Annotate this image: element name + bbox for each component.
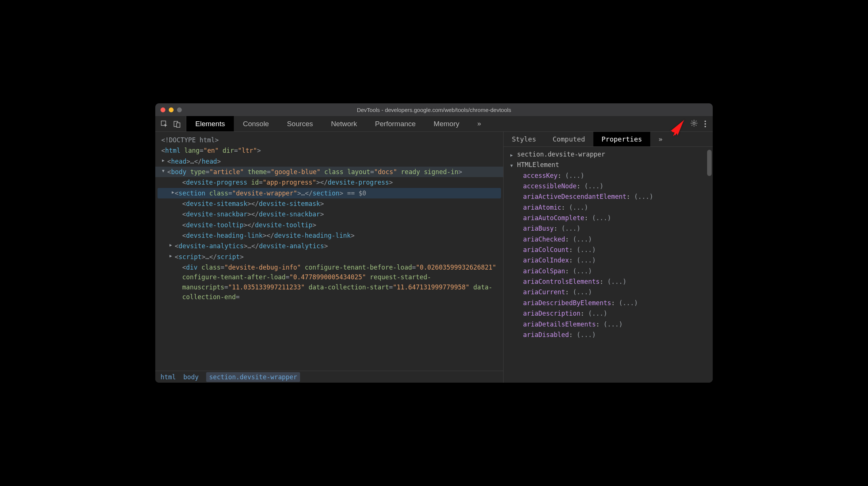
dom-panel: <!DOCTYPE html> <html lang="en" dir="ltr… — [155, 132, 503, 383]
window-title: DevTools - developers.google.com/web/too… — [155, 107, 713, 113]
expand-caret-icon[interactable]: ▶ — [169, 253, 172, 259]
expand-caret-icon[interactable]: ▶ — [172, 189, 174, 195]
prop-row[interactable]: ariaColCount: (...) — [504, 244, 713, 255]
sidetabs-overflow-icon[interactable]: » — [650, 132, 671, 146]
prop-row[interactable]: ariaDescribedByElements: (...) — [504, 298, 713, 308]
minimize-window-button[interactable] — [169, 107, 174, 112]
sidetab-styles[interactable]: Styles — [504, 132, 544, 146]
dom-line[interactable]: <devsite-tooltip></devsite-tooltip> — [155, 220, 503, 230]
dom-line[interactable]: <devsite-sitemask></devsite-sitemask> — [155, 198, 503, 209]
prop-row[interactable]: accessKey: (...) — [504, 170, 713, 181]
prop-row[interactable]: ariaDescription: (...) — [504, 308, 713, 319]
prop-row[interactable]: ariaAtomic: (...) — [504, 202, 713, 213]
tab-sources[interactable]: Sources — [278, 116, 322, 131]
devtools-window: DevTools - developers.google.com/web/too… — [155, 103, 713, 383]
prop-row[interactable]: ariaColIndex: (...) — [504, 255, 713, 265]
dom-line[interactable]: <!DOCTYPE html> — [155, 135, 503, 145]
more-options-icon[interactable] — [705, 121, 706, 127]
prop-row[interactable]: ariaDetailsElements: (...) — [504, 319, 713, 329]
tabs-overflow-icon[interactable]: » — [468, 116, 490, 131]
prop-section-header[interactable]: ▶section.devsite-wrapper — [504, 149, 713, 160]
dom-line[interactable]: <devsite-progress id="app-progress"></de… — [155, 177, 503, 188]
dom-line-selected[interactable]: ⋯▶<section class="devsite-wrapper">…</se… — [158, 188, 501, 198]
side-panel: Styles Computed Properties » ▶section.de… — [503, 132, 713, 383]
tab-console[interactable]: Console — [234, 116, 278, 131]
tab-elements[interactable]: Elements — [186, 116, 234, 131]
inspect-element-icon[interactable] — [161, 120, 168, 128]
dom-line[interactable]: ▶<devsite-analytics>…</devsite-analytics… — [155, 241, 503, 251]
breadcrumb-item[interactable]: html — [161, 373, 176, 381]
close-window-button[interactable] — [161, 107, 165, 112]
svg-point-3 — [693, 122, 695, 124]
main-toolbar: Elements Console Sources Network Perform… — [155, 116, 713, 132]
settings-gear-icon[interactable] — [690, 119, 698, 128]
prop-row[interactable]: ariaDisabled: (...) — [504, 329, 713, 340]
dom-line[interactable]: ▼<body type="article" theme="google-blue… — [155, 167, 503, 177]
prop-row[interactable]: ariaBusy: (...) — [504, 223, 713, 234]
prop-row[interactable]: accessibleNode: (...) — [504, 181, 713, 191]
dom-line[interactable]: <devsite-heading-link></devsite-heading-… — [155, 230, 503, 241]
collapse-caret-icon[interactable]: ▼ — [510, 162, 514, 169]
dom-line[interactable]: ▶<head>…</head> — [155, 156, 503, 167]
expand-caret-icon[interactable]: ▶ — [162, 157, 165, 164]
sidetab-properties[interactable]: Properties — [593, 132, 650, 146]
prop-row[interactable]: ariaCurrent: (...) — [504, 287, 713, 297]
dom-line[interactable]: <html lang="en" dir="ltr"> — [155, 145, 503, 156]
prop-section-header[interactable]: ▼HTMLElement — [504, 160, 713, 170]
breadcrumb-item[interactable]: body — [183, 373, 199, 381]
prop-row[interactable]: ariaControlsElements: (...) — [504, 276, 713, 287]
traffic-lights — [161, 107, 182, 112]
side-tabs: Styles Computed Properties » — [504, 132, 713, 147]
titlebar: DevTools - developers.google.com/web/too… — [155, 103, 713, 116]
prop-row[interactable]: ariaAutoComplete: (...) — [504, 213, 713, 223]
zoom-window-button[interactable] — [177, 107, 182, 112]
sidetab-computed[interactable]: Computed — [544, 132, 593, 146]
main-content: <!DOCTYPE html> <html lang="en" dir="ltr… — [155, 132, 713, 383]
collapse-caret-icon[interactable]: ▼ — [162, 168, 165, 174]
dom-line[interactable]: ▶<script>…</script> — [155, 252, 503, 262]
dom-tree[interactable]: <!DOCTYPE html> <html lang="en" dir="ltr… — [155, 132, 503, 371]
device-toolbar-icon[interactable] — [173, 120, 181, 128]
tab-memory[interactable]: Memory — [425, 116, 468, 131]
prop-row[interactable]: ariaColSpan: (...) — [504, 266, 713, 276]
svg-rect-2 — [177, 123, 180, 127]
properties-body[interactable]: ▶section.devsite-wrapper ▼HTMLElement ac… — [504, 147, 713, 383]
breadcrumb: html body section.devsite-wrapper — [155, 371, 503, 383]
dom-line[interactable]: <devsite-snackbar></devsite-snackbar> — [155, 209, 503, 219]
tab-network[interactable]: Network — [322, 116, 366, 131]
dom-line[interactable]: <div class="devsite-debug-info" configur… — [155, 262, 503, 302]
prop-row[interactable]: ariaActiveDescendantElement: (...) — [504, 191, 713, 202]
prop-row[interactable]: ariaChecked: (...) — [504, 234, 713, 244]
expand-caret-icon[interactable]: ▶ — [510, 152, 514, 158]
breadcrumb-item-current[interactable]: section.devsite-wrapper — [206, 372, 300, 382]
expand-caret-icon[interactable]: ▶ — [169, 242, 172, 248]
scrollbar-thumb[interactable] — [707, 150, 712, 176]
tab-performance[interactable]: Performance — [366, 116, 425, 131]
